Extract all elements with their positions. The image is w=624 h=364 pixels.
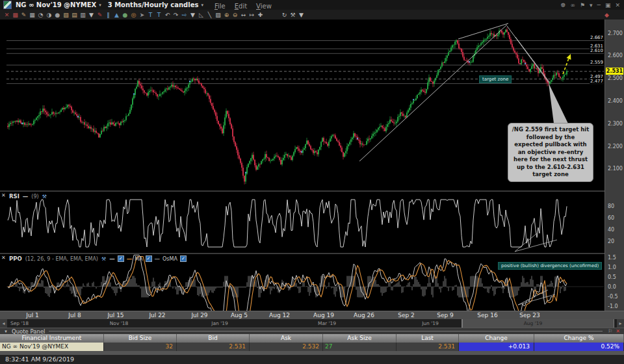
text-box-icon[interactable]: T [155,10,163,20]
quote-column-header[interactable]: Change % [534,334,624,343]
date-tick-label: Jul 29 [191,312,207,318]
drawings-dropdown-icon[interactable]: ▼ [87,10,96,20]
pin-window-icon[interactable]: ⚑ [580,2,585,8]
trendline [359,25,507,161]
close-icon[interactable]: ✕ [615,2,620,8]
date-tick-label: Sep 16 [477,312,497,318]
quote-column-header[interactable]: Financial Instrument [0,334,104,343]
layout-grid-icon[interactable]: ▥ [79,10,87,20]
tools-dropdown-icon[interactable]: ▼ [188,10,197,20]
analysis-callout[interactable]: /NG 2.559 first target hit followed by t… [508,123,593,182]
menu-view[interactable]: View [256,3,272,10]
chart-delete-icon[interactable]: ✕ [3,10,11,20]
ppo-legend-checkbox[interactable]: ✓ [180,255,187,262]
rsi-close-icon[interactable]: ✕ [1,192,6,198]
arrow-draw-icon[interactable]: ⇨ [180,10,188,20]
refresh-icon[interactable]: ↻ [280,10,289,20]
menu-edit[interactable]: Edit [235,3,247,10]
quote-column-header[interactable]: Change [459,334,534,343]
scroll-right-arrow[interactable]: ▸ [617,319,624,328]
rsi-axis-label: 40 [608,227,614,233]
symbol-selector[interactable]: NG ∞ Nov'19 @NYMEX [16,1,96,8]
expand-horizontal-icon[interactable]: ↔ [239,10,248,20]
quote-instrument-cell[interactable]: NG ∞ Nov'19 @NYMEX [0,343,104,351]
candles-style-icon[interactable]: ∥ [104,10,112,20]
trendline [507,26,549,83]
minimize-icon[interactable]: ─ [597,2,601,8]
pie-tool-icon[interactable]: ◔ [36,10,45,20]
ppo-legend-checkbox[interactable]: ✓ [118,255,124,262]
target-zone-label: target zone [479,75,512,83]
link-charts-icon[interactable]: ∞ [570,2,575,8]
rsi-settings-wrench-icon[interactable]: ⚒ [42,194,47,200]
rsi-header: RSI — (9) ⚒ [9,193,47,200]
settings-gear-icon[interactable]: ☸ [560,2,566,8]
hatch-tool-icon[interactable]: ▨ [214,10,222,20]
notes-tool-icon[interactable]: ▤ [70,10,79,20]
ppo-title: PPO [9,255,22,262]
circle-tool-icon[interactable]: ● [53,10,62,20]
ppo-settings-wrench-icon[interactable]: ⚒ [101,256,106,262]
ppo-legend-label: MA [135,256,142,262]
quote-table-row[interactable]: NG ∞ Nov'19 @NYMEX 32 2.531 2.532 27 2.5… [0,343,624,351]
quick-tools-wrench-icon[interactable]: ⚒ [289,10,297,20]
price-axis-label: 2.600 [608,53,623,58]
symbol-caret-icon[interactable]: ▾ [99,3,101,8]
quote-panel-close-icon[interactable]: ✕ [616,328,620,334]
ppo-close-icon[interactable]: ✕ [1,255,6,261]
date-tick-label: Jul 22 [149,312,165,318]
zoom-in-icon[interactable]: ⊕ [222,10,231,20]
text-note-icon[interactable]: T [146,10,155,20]
status-bar: 8:32:41 AM 9/26/2019 [0,355,624,364]
scroll-month-label: Jan '19 [211,320,228,326]
rsi-line-sample: — [23,193,29,200]
quote-panel-divider [49,331,603,332]
sphere-tool-icon[interactable]: ● [121,10,129,20]
ppo-legend-label: OsMA [162,256,177,262]
quote-column-header[interactable]: Ask [250,334,323,343]
scroll-month-label: Nov '18 [110,320,129,326]
image-tool-icon[interactable]: ▧ [62,10,70,20]
price-level-label: 2.477 [590,79,604,84]
chart-scrollbar[interactable]: ◂ ▸ Sep '18Nov '18Jan '19Mar '19Jun '19A… [0,319,624,328]
red-pencil-icon[interactable]: ✎ [96,10,104,20]
trendline-tool-icon[interactable]: ╲ [205,10,214,20]
price-level-label: 2.667 [590,35,604,40]
cursor-tool-icon[interactable]: ➤ [138,10,146,20]
ppo-legend-checkbox[interactable]: ✓ [146,255,152,262]
quote-column-header[interactable]: Last [396,334,459,343]
alert-marker-icon[interactable]: ◆ [603,10,611,20]
trendline [515,37,549,82]
timeframe-selector[interactable]: 3 Months/Hourly candles [108,1,199,8]
triangle-pattern-icon[interactable]: ▲ [112,10,121,20]
compress-horizontal-icon[interactable]: ↦ [248,10,256,20]
ppo-legend-dash-icon: — [155,255,161,262]
alert-bell-icon[interactable]: ⚐ [608,328,612,334]
entry-arrow-head [567,54,571,60]
ppo-axis-label: 0.5 [608,274,616,280]
timeframe-caret-icon[interactable]: ▾ [201,3,203,8]
wedge-tool-icon[interactable]: ◺ [197,10,205,20]
trendline [458,23,508,39]
restore-icon[interactable]: ▣ [605,2,611,8]
quote-column-header[interactable]: Bid [177,334,250,343]
grid-icon[interactable]: ▦ [28,10,36,20]
view-dropdown-icon[interactable]: ▼ [297,10,306,20]
entry-arrow [563,58,569,74]
target-tool-icon[interactable]: ◎ [129,10,138,20]
menu-file[interactable]: File [214,3,226,10]
snap-grid-icon[interactable]: ▩ [11,10,20,20]
scroll-left-arrow[interactable]: ◂ [0,319,7,328]
crosshair-expand-icon[interactable]: ✚ [256,10,265,20]
quote-column-header[interactable]: Bid Size [104,334,177,343]
contrast-tool-icon[interactable]: ◑ [45,10,53,20]
redo-icon[interactable]: ↷ [172,10,180,20]
quote-column-header[interactable]: Ask Size [323,334,396,343]
pointer-pencil-icon[interactable]: ✎ [20,10,28,20]
price-axis[interactable]: 2.7002.6002.5002.4002.3002.2002.10080604… [604,20,624,311]
quote-panel-collapse-icon[interactable]: ▾ [3,329,9,334]
undo-icon[interactable]: ↶ [163,10,172,20]
ppo-axis-label: 0.0 [608,284,616,290]
zoom-out-icon[interactable]: ⊖ [231,10,239,20]
pin-caret-icon[interactable]: ▾ [590,2,593,8]
